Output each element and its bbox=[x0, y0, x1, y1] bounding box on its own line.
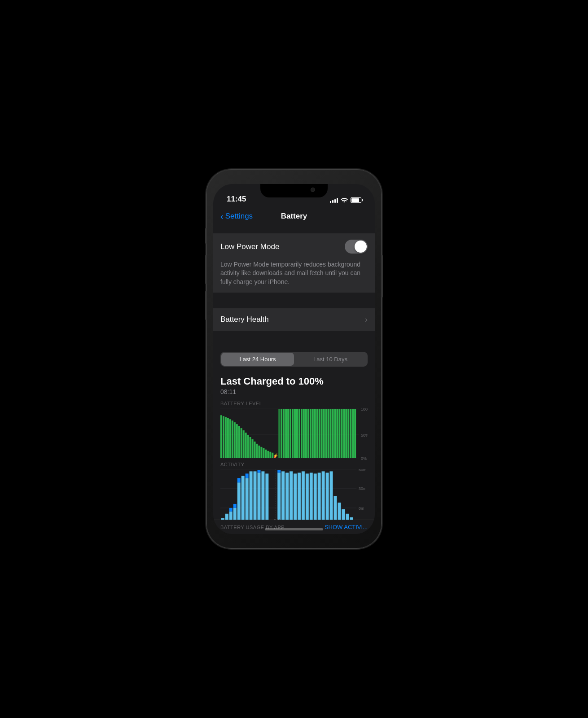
svg-rect-8 bbox=[232, 420, 233, 458]
svg-rect-73 bbox=[229, 508, 233, 512]
svg-rect-5 bbox=[225, 417, 227, 458]
signal-bar-1 bbox=[330, 201, 331, 203]
svg-text:0%: 0% bbox=[361, 456, 367, 461]
wifi-icon bbox=[341, 197, 348, 204]
svg-rect-62 bbox=[352, 409, 354, 458]
svg-rect-10 bbox=[236, 424, 238, 458]
svg-rect-75 bbox=[233, 504, 237, 508]
svg-rect-20 bbox=[258, 446, 260, 458]
signal-bar-4 bbox=[337, 198, 338, 203]
volume-down-button[interactable] bbox=[205, 291, 206, 320]
low-power-mode-label: Low Power Mode bbox=[220, 242, 345, 251]
svg-rect-16 bbox=[250, 437, 251, 458]
svg-rect-33 bbox=[287, 409, 289, 458]
svg-rect-11 bbox=[238, 426, 240, 458]
mute-button[interactable] bbox=[205, 228, 206, 244]
svg-rect-91 bbox=[285, 473, 289, 521]
back-button[interactable]: ‹ Settings bbox=[220, 212, 253, 221]
svg-rect-98 bbox=[314, 474, 317, 521]
low-power-mode-row[interactable]: Low Power Mode bbox=[213, 233, 375, 260]
svg-rect-59 bbox=[345, 409, 347, 458]
svg-rect-51 bbox=[328, 409, 329, 458]
svg-rect-56 bbox=[338, 409, 340, 458]
svg-rect-49 bbox=[323, 409, 325, 458]
svg-rect-94 bbox=[298, 473, 301, 521]
back-chevron-icon: ‹ bbox=[220, 212, 224, 221]
svg-rect-57 bbox=[341, 409, 342, 458]
battery-level-label: BATTERY LEVEL bbox=[213, 401, 375, 408]
svg-rect-38 bbox=[298, 409, 300, 458]
svg-rect-12 bbox=[241, 428, 242, 458]
svg-rect-72 bbox=[229, 512, 233, 521]
svg-rect-50 bbox=[325, 409, 327, 458]
svg-rect-63 bbox=[354, 409, 356, 458]
svg-rect-23 bbox=[265, 450, 267, 458]
charged-time: 08:11 bbox=[213, 388, 375, 401]
svg-rect-105 bbox=[342, 509, 345, 521]
content-area: Low Power Mode Low Power Mode temporaril… bbox=[213, 226, 375, 534]
home-indicator[interactable] bbox=[265, 528, 323, 530]
low-power-mode-description: Low Power Mode temporarily reduces backg… bbox=[213, 260, 375, 293]
notch bbox=[260, 184, 328, 197]
svg-rect-84 bbox=[257, 470, 260, 473]
phone-frame: 11:45 bbox=[206, 170, 382, 548]
svg-rect-54 bbox=[334, 409, 336, 458]
svg-rect-13 bbox=[243, 430, 245, 458]
svg-rect-43 bbox=[310, 409, 312, 458]
svg-rect-41 bbox=[305, 409, 307, 458]
svg-rect-36 bbox=[294, 409, 296, 458]
period-selector[interactable]: Last 24 Hours Last 10 Days bbox=[220, 352, 368, 367]
svg-rect-102 bbox=[330, 472, 333, 521]
period-24h-button[interactable]: Last 24 Hours bbox=[221, 353, 294, 366]
camera bbox=[311, 188, 315, 192]
svg-rect-31 bbox=[283, 409, 285, 458]
svg-rect-15 bbox=[247, 435, 249, 458]
svg-rect-76 bbox=[237, 482, 241, 520]
svg-rect-3 bbox=[220, 416, 222, 458]
svg-text:30m: 30m bbox=[359, 486, 366, 491]
svg-rect-88 bbox=[277, 473, 281, 521]
svg-rect-21 bbox=[260, 447, 262, 458]
svg-rect-80 bbox=[246, 474, 249, 478]
svg-rect-44 bbox=[312, 409, 314, 458]
svg-rect-25 bbox=[269, 452, 271, 458]
svg-rect-99 bbox=[318, 473, 321, 521]
svg-rect-34 bbox=[290, 409, 291, 458]
section-gap-1 bbox=[213, 293, 375, 308]
svg-rect-37 bbox=[296, 409, 298, 458]
signal-bar-2 bbox=[332, 200, 333, 203]
battery-health-row[interactable]: Battery Health › bbox=[213, 308, 375, 331]
low-power-mode-section: Low Power Mode Low Power Mode temporaril… bbox=[213, 233, 375, 293]
svg-rect-104 bbox=[338, 503, 341, 521]
svg-rect-92 bbox=[290, 472, 293, 521]
svg-rect-24 bbox=[267, 451, 269, 458]
svg-rect-85 bbox=[261, 472, 264, 521]
battery-level-chart: ⚡ bbox=[220, 408, 368, 462]
svg-rect-52 bbox=[330, 409, 332, 458]
svg-rect-7 bbox=[229, 419, 231, 458]
svg-rect-103 bbox=[333, 496, 337, 521]
toggle-thumb bbox=[355, 241, 367, 253]
section-gap-2 bbox=[213, 331, 375, 346]
svg-rect-81 bbox=[250, 472, 253, 521]
svg-text:60m: 60m bbox=[359, 469, 366, 472]
svg-rect-35 bbox=[292, 409, 294, 458]
bottom-bar: BATTERY USAGE BY APP SHOW ACTIVI... bbox=[213, 520, 375, 534]
period-10d-button[interactable]: Last 10 Days bbox=[294, 353, 367, 366]
svg-rect-58 bbox=[343, 409, 345, 458]
battery-health-label: Battery Health bbox=[220, 315, 365, 324]
svg-rect-47 bbox=[319, 409, 320, 458]
show-activity-link[interactable]: SHOW ACTIVI... bbox=[325, 524, 368, 530]
volume-up-button[interactable] bbox=[205, 255, 206, 284]
svg-rect-48 bbox=[321, 409, 323, 458]
low-power-mode-toggle[interactable] bbox=[345, 240, 368, 254]
svg-rect-18 bbox=[254, 442, 256, 458]
svg-rect-19 bbox=[256, 444, 258, 458]
svg-rect-22 bbox=[263, 448, 264, 458]
chevron-right-icon: › bbox=[365, 315, 368, 324]
signal-bar-3 bbox=[334, 199, 336, 203]
svg-rect-17 bbox=[252, 439, 254, 458]
svg-rect-55 bbox=[336, 409, 338, 458]
power-button[interactable] bbox=[382, 255, 383, 298]
activity-chart: 60m 30m 0m 12 15 18 21 00 03 06 09 5 Nov bbox=[220, 469, 368, 527]
